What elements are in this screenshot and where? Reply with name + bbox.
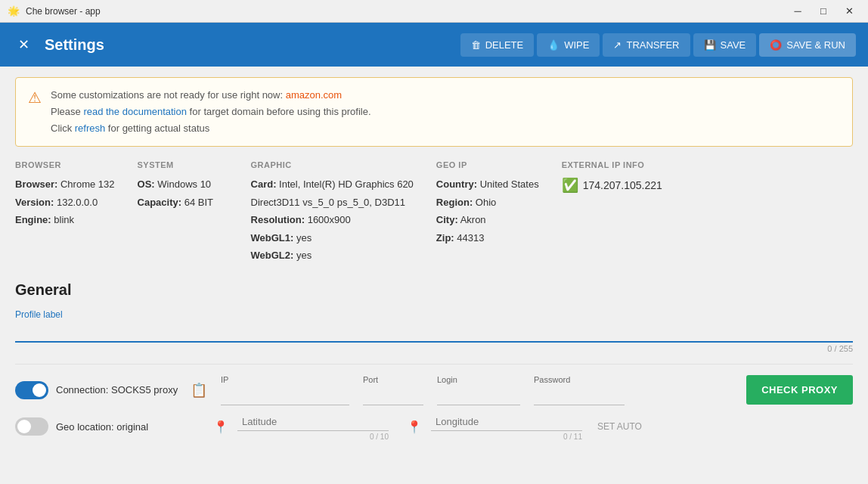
port-field-group: Port — [363, 375, 431, 405]
country-row: Country: United States — [436, 177, 539, 192]
version-label: Version: — [15, 197, 54, 208]
system-section: SYSTEM OS: Windows 10 Capacity: 64 BIT — [138, 160, 228, 266]
geo-label: Geo location: original — [56, 421, 148, 433]
settings-close-button[interactable]: ✕ — [12, 33, 36, 56]
ip-field-group: IP — [221, 375, 357, 405]
resolution-value: 1600x900 — [308, 214, 351, 225]
set-auto-button[interactable]: SET AUTO — [591, 418, 648, 435]
save-run-button[interactable]: ⭕ SAVE & RUN — [759, 33, 856, 57]
save-run-label: SAVE & RUN — [786, 39, 845, 51]
webgl2-value: yes — [296, 250, 312, 261]
warning-text2: Please — [51, 106, 83, 117]
doc-link[interactable]: read the documentation — [83, 106, 187, 117]
port-input[interactable] — [363, 387, 423, 405]
proxy-section: Connection: SOCKS5 proxy 📋 IP Port Login — [15, 364, 853, 441]
region-value: Ohio — [476, 197, 496, 208]
general-title: General — [15, 281, 853, 299]
wipe-label: WIPE — [564, 39, 589, 51]
save-button[interactable]: 💾 SAVE — [693, 33, 757, 57]
version-value: 132.0.0.0 — [57, 197, 98, 208]
country-value: United States — [480, 178, 539, 190]
city-value: Akron — [460, 214, 486, 225]
delete-icon: 🗑 — [471, 39, 481, 51]
card-label: Card: — [251, 178, 277, 190]
minimize-button[interactable]: ─ — [786, 4, 809, 19]
connection-toggle[interactable] — [15, 381, 48, 399]
info-grid: BROWSER Browser: Chrome 132 Version: 132… — [15, 160, 853, 266]
warning-domain: amazon.com — [286, 89, 342, 101]
zip-value: 44313 — [457, 232, 484, 244]
engine-value: blink — [54, 214, 74, 225]
toggle-thumb — [33, 383, 46, 397]
connection-label: Connection: SOCKS5 proxy — [56, 384, 178, 396]
browser-row: Browser: Chrome 132 — [15, 177, 115, 192]
toolbar: ✕ Settings 🗑 DELETE 💧 WIPE ↗ TRANSFER 💾 … — [0, 23, 868, 67]
proxy-connection-row: Connection: SOCKS5 proxy 📋 IP Port Login — [15, 375, 853, 405]
delete-button[interactable]: 🗑 DELETE — [460, 33, 535, 57]
app-title: Che browser - app — [26, 6, 780, 17]
resolution-row: Resolution: 1600x900 — [251, 213, 414, 228]
capacity-value: 64 BIT — [184, 197, 213, 208]
city-row: City: Akron — [436, 213, 539, 228]
resolution-label: Resolution: — [251, 214, 305, 225]
proxy-fields-wrapper: IP Port Login Password — [221, 375, 737, 405]
save-label: SAVE — [721, 39, 746, 51]
webgl2-label: WebGL2: — [251, 250, 294, 261]
transfer-button[interactable]: ↗ TRANSFER — [603, 33, 690, 57]
browser-section-title: BROWSER — [15, 160, 115, 169]
warning-text5: for getting actual status — [105, 123, 209, 134]
login-field-label: Login — [437, 375, 528, 386]
os-row: OS: Windows 10 — [138, 177, 228, 192]
maximize-button[interactable]: □ — [812, 4, 835, 19]
toolbar-actions: 🗑 DELETE 💧 WIPE ↗ TRANSFER 💾 SAVE ⭕ SAVE… — [460, 33, 856, 57]
warning-text1: Some customizations are not ready for us… — [51, 89, 286, 101]
window-controls: ─ □ ✕ — [786, 4, 860, 19]
latitude-field-group: 0 / 10 — [237, 413, 389, 441]
window-close-button[interactable]: ✕ — [838, 4, 860, 19]
os-label: OS: — [138, 178, 155, 190]
password-field-group: Password — [534, 375, 632, 405]
profile-input[interactable] — [15, 323, 853, 343]
delete-label: DELETE — [485, 39, 524, 51]
external-ip-value: 174.207.105.221 — [583, 179, 662, 191]
card-row: Card: Intel, Intel(R) HD Graphics 620 — [251, 177, 414, 192]
general-section: General Profile label 0 / 255 — [15, 281, 853, 353]
warning-box: ⚠ Some customizations are not ready for … — [15, 77, 853, 147]
capacity-label: Capacity: — [138, 197, 182, 208]
version-row: Version: 132.0.0.0 — [15, 195, 115, 210]
browser-label: Browser: — [15, 178, 57, 190]
ip-field-label: IP — [221, 375, 357, 386]
engine-row: Engine: blink — [15, 213, 115, 228]
geo-row: Geo location: original 📍 0 / 10 📍 0 / 11… — [15, 413, 853, 441]
region-label: Region: — [436, 197, 473, 208]
browser-value: Chrome 132 — [60, 178, 115, 190]
transfer-icon: ↗ — [613, 39, 622, 51]
refresh-link[interactable]: refresh — [75, 123, 105, 134]
graphic-section: GRAPHIC Card: Intel, Intel(R) HD Graphic… — [251, 160, 414, 266]
external-ip-section-title: EXTERNAL IP INFO — [562, 160, 683, 169]
password-input[interactable] — [534, 387, 625, 405]
app-icon: 🌟 — [8, 5, 20, 17]
direct-row: Direct3D11 vs_5_0 ps_5_0, D3D11 — [251, 195, 414, 210]
login-field-group: Login — [437, 375, 528, 405]
wipe-button[interactable]: 💧 WIPE — [537, 33, 600, 57]
main-content: ⚠ Some customizations are not ready for … — [0, 67, 868, 484]
engine-label: Engine: — [15, 214, 51, 225]
check-proxy-button[interactable]: CHECK PROXY — [746, 375, 853, 405]
transfer-label: TRANSFER — [626, 39, 679, 51]
titlebar: 🌟 Che browser - app ─ □ ✕ — [0, 0, 868, 23]
city-label: City: — [436, 214, 458, 225]
card-value: Intel, Intel(R) HD Graphics 620 — [279, 178, 414, 190]
login-input[interactable] — [437, 387, 520, 405]
ip-input[interactable] — [221, 387, 349, 405]
profile-label: Profile label — [15, 309, 853, 320]
direct-value: Direct3D11 vs_5_0 ps_5_0, D3D11 — [251, 197, 406, 208]
longitude-geo-icon: 📍 — [407, 420, 422, 434]
warning-text: Some customizations are not ready for us… — [51, 87, 371, 137]
latitude-input[interactable] — [237, 413, 389, 431]
geo-toggle[interactable] — [15, 417, 48, 436]
save-run-icon: ⭕ — [770, 39, 782, 51]
save-icon: 💾 — [704, 39, 716, 51]
latitude-char-count: 0 / 10 — [237, 433, 389, 441]
longitude-input[interactable] — [431, 413, 582, 431]
